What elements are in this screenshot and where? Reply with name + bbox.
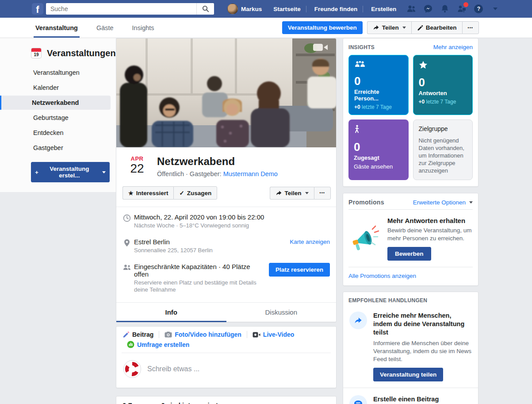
event-share-button[interactable]: Teilen: [270, 187, 314, 200]
create-event-button[interactable]: + Veranstaltung erstel...: [31, 162, 110, 182]
going-value: 0: [354, 141, 403, 153]
reserve-seat-button[interactable]: Platz reservieren: [269, 263, 330, 277]
insights-header-row: INSIGHTS Mehr anzeigen: [343, 38, 478, 54]
share-arrow-icon: [373, 25, 379, 31]
event-time-body: Mittwoch, 22. April 2020 von 19:00 bis 2…: [134, 213, 330, 229]
interested-button[interactable]: ★ Interessiert: [122, 186, 173, 200]
composer-poll-action[interactable]: Umfrage erstellen: [122, 341, 331, 348]
friends-icon: [406, 5, 416, 13]
share-button[interactable]: Teilen: [367, 21, 411, 34]
responses-delta: +0: [419, 99, 425, 105]
search-bar: [46, 3, 214, 15]
event-tabs: Veranstaltung Gäste Insights: [35, 18, 154, 38]
metric-card-going[interactable]: 0 Zugesagt Gäste ansehen: [348, 119, 409, 180]
account-menu-button[interactable]: [488, 2, 502, 16]
sidebar-item-veranstaltungen[interactable]: Veranstaltungen: [0, 65, 111, 80]
event-venue-name: Estrel Berlin: [134, 238, 285, 246]
shortcuts-button[interactable]: [455, 2, 469, 16]
sidebar-item-geburtstage[interactable]: Geburtstage: [0, 111, 111, 125]
sidebar-item-entdecken[interactable]: Entdecken: [0, 126, 111, 140]
composer-live-action[interactable]: Live-Video: [247, 331, 300, 338]
promote-event-button[interactable]: Veranstaltung bewerben: [282, 21, 363, 34]
composer-photo-label: Foto/Video hinzufügen: [175, 331, 241, 338]
event-card: APR 22 Netzwerkabend Öffentlich · Gastge…: [116, 38, 337, 322]
event-host-link[interactable]: Mustermann Demo: [223, 170, 278, 177]
metric-card-responses[interactable]: 0 Antworten +0 letzte 7 Tage: [413, 55, 473, 115]
event-more-button[interactable]: •••: [314, 187, 331, 200]
going-button[interactable]: ✓ Zusagen: [173, 186, 217, 200]
camera-icon: [165, 331, 172, 338]
topbar-right-section: Markus Startseite Freunde finden Erstell…: [224, 2, 502, 16]
friend-requests-button[interactable]: [404, 2, 418, 16]
composer-photo-action[interactable]: Foto/Video hinzufügen: [159, 331, 247, 338]
tab-diskussion[interactable]: Diskussion: [226, 303, 337, 322]
tab-veranstaltung[interactable]: Veranstaltung: [35, 18, 78, 38]
event-time-row: Mittwoch, 22. April 2020 von 19:00 bis 2…: [116, 207, 336, 232]
pencil-icon: [122, 331, 130, 338]
reach-period: letzte 7 Tage: [360, 104, 392, 110]
responses-label: Antworten: [419, 90, 467, 96]
people-icon: [354, 61, 366, 68]
sidebar-item-gastgeber[interactable]: Gastgeber: [0, 141, 111, 155]
event-capacity-row: Eingeschränkte Kapazitäten · 40 Plätze o…: [116, 257, 336, 296]
capacity-text: Eingeschränkte Kapazitäten · 40 Plätze o…: [134, 263, 264, 278]
composer-post-action[interactable]: Beitrag: [122, 331, 159, 338]
event-cover-photo[interactable]: [116, 38, 336, 147]
reserve-button-wrap: Platz reservieren: [269, 263, 330, 293]
insights-more-link[interactable]: Mehr anzeigen: [433, 44, 473, 50]
messenger-button[interactable]: [421, 2, 435, 16]
poll-icon: [127, 341, 134, 348]
rsvp-button-group: ★ Interessiert ✓ Zusagen: [122, 186, 217, 200]
reach-delta: +0: [354, 104, 360, 110]
tab-info[interactable]: Info: [116, 303, 226, 322]
advanced-options[interactable]: Erweiterte Optionen: [413, 199, 473, 206]
share-arrow-icon: [276, 190, 282, 196]
all-promotions-link[interactable]: Alle Promotions anzeigen: [348, 273, 416, 279]
calendar-icon-top: [31, 48, 41, 52]
event-action-row: ★ Interessiert ✓ Zusagen Teilen •••: [116, 183, 336, 207]
facebook-logo-letter: f: [36, 5, 39, 15]
advanced-options-link[interactable]: Erweiterte Optionen: [413, 199, 466, 206]
recommended-header-row: EMPFOHLENE HANDLUNGEN: [343, 292, 478, 307]
walking-person-icon: [354, 125, 360, 134]
facebook-logo[interactable]: f: [32, 3, 43, 15]
nav-link-startseite[interactable]: Startseite: [268, 6, 306, 12]
view-guests-link[interactable]: Gäste ansehen: [354, 163, 403, 170]
event-title: Netzwerkabend: [157, 155, 278, 168]
event-title-block: Netzwerkabend Öffentlich · Gastgeber: Mu…: [157, 155, 278, 177]
page-avatar: [123, 360, 141, 378]
sidebar-item-netzwerkabend[interactable]: Netzwerkabend: [0, 96, 111, 110]
event-meta: Öffentlich · Gastgeber: Mustermann Demo: [157, 170, 278, 177]
composer-poll-label: Umfrage erstellen: [137, 341, 189, 348]
composer-text-input[interactable]: Schreib etwas ...: [147, 365, 329, 373]
promote-button[interactable]: Bewerben: [387, 247, 431, 261]
top-navigation-bar: f Markus Startseite Freunde finden Erste…: [0, 0, 532, 18]
notifications-button[interactable]: [438, 2, 452, 16]
rsvp-summary-text: 0 Zusagen · 0 sind interessiert: [122, 401, 218, 404]
comment-icon-circle: [349, 395, 367, 404]
event-visibility: Öffentlich · Gastgeber:: [157, 170, 222, 177]
promotion-title: Mehr Antworten erhalten: [387, 217, 473, 224]
show-map-link[interactable]: Karte anzeigen: [290, 239, 330, 245]
nav-link-erstellen[interactable]: Erstellen: [366, 6, 402, 12]
help-button[interactable]: ?: [471, 2, 486, 16]
insights-card: INSIGHTS Mehr anzeigen 0 Erreichte Perso…: [343, 38, 478, 187]
tab-insights[interactable]: Insights: [132, 18, 154, 38]
search-button[interactable]: [196, 3, 214, 15]
calendar-icon-day: 19: [31, 52, 41, 58]
search-input[interactable]: [46, 3, 196, 15]
profile-shortcut[interactable]: Markus: [224, 4, 265, 14]
more-options-button[interactable]: •••: [462, 21, 479, 34]
nav-link-freunde-finden[interactable]: Freunde finden: [309, 6, 364, 12]
calendar-icon: 19: [31, 48, 42, 58]
share-event-button[interactable]: Veranstaltung teilen: [373, 368, 443, 381]
share-icon-circle: [349, 312, 367, 329]
bell-icon: [441, 4, 449, 13]
help-glyph: ?: [477, 6, 480, 12]
tab-gaeste[interactable]: Gäste: [96, 18, 114, 38]
metric-card-reach[interactable]: 0 Erreichte Person... +0 letzte 7 Tage: [348, 55, 409, 115]
cover-video-icon: [313, 43, 328, 52]
check-icon: ✓: [179, 189, 184, 196]
sidebar-item-kalender[interactable]: Kalender: [0, 81, 111, 95]
edit-button[interactable]: Bearbeiten: [411, 21, 462, 34]
